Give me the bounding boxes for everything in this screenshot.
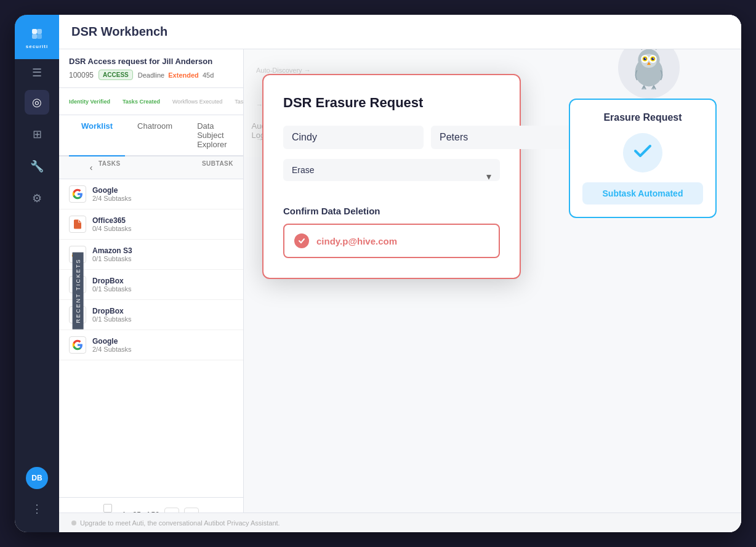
svg-marker-10 bbox=[654, 49, 659, 50]
table-row[interactable]: aws Amazon S3 0/1 Subtasks bbox=[59, 240, 243, 270]
app-logo[interactable]: securiti bbox=[15, 15, 59, 59]
task-list: Google 2/4 Subtasks Office365 0/4 Subtas… bbox=[59, 179, 243, 497]
table-row[interactable]: DropBox 0/1 Subtasks bbox=[59, 300, 243, 330]
check-icon-blue bbox=[632, 140, 654, 166]
office-logo bbox=[69, 216, 86, 233]
data-shield-icon: ◎ bbox=[32, 95, 42, 109]
confirm-label: Confirm Data Deletion bbox=[283, 206, 500, 216]
deadline-text: Deadline Extended 45d bbox=[138, 71, 214, 79]
google-logo bbox=[69, 185, 86, 203]
task-name-google: Google bbox=[92, 186, 233, 195]
ticket-id: 100095 bbox=[69, 71, 94, 79]
apps-icon: ⋮ bbox=[31, 502, 42, 516]
task-subtasks-google2: 2/4 Subtasks bbox=[92, 346, 233, 353]
gear-icon: ⚙ bbox=[32, 192, 42, 205]
svg-rect-3 bbox=[32, 34, 37, 39]
ticket-area: RECENT TICKETS DSR Access request for Ji… bbox=[59, 49, 741, 532]
name-row bbox=[283, 126, 500, 149]
sidebar-item-data[interactable]: ◎ bbox=[25, 90, 49, 115]
sidebar: securiti ☰ ◎ ⊞ 🔧 ⚙ DB ⋮ bbox=[15, 15, 59, 532]
sidebar-item-settings[interactable]: ⚙ bbox=[25, 186, 49, 211]
checkbox1[interactable] bbox=[103, 504, 112, 513]
step-identity: Identity Verified bbox=[69, 99, 110, 105]
action-select-wrapper: Erase bbox=[283, 159, 500, 193]
task-subtasks-dropbox2: 0/1 Subtasks bbox=[92, 315, 233, 323]
svg-rect-1 bbox=[32, 29, 37, 34]
table-row[interactable]: Office365 0/4 Subtasks bbox=[59, 209, 243, 240]
svg-rect-2 bbox=[37, 29, 42, 34]
page-title: DSR Workbench bbox=[71, 25, 167, 39]
task-subtasks-office: 0/4 Subtasks bbox=[92, 225, 233, 232]
access-badge: ACCESS bbox=[99, 70, 133, 80]
back-button[interactable]: ‹ bbox=[84, 160, 99, 175]
upgrade-dot bbox=[71, 521, 76, 525]
ticket-meta: 100095 ACCESS Deadline Extended 45d bbox=[69, 70, 233, 80]
svg-point-16 bbox=[643, 57, 646, 60]
first-name-field[interactable] bbox=[283, 126, 424, 149]
sidebar-item-tools[interactable]: 🔧 bbox=[25, 154, 49, 179]
task-subtasks-google: 2/4 Subtasks bbox=[92, 195, 233, 202]
extended-label: Extended bbox=[168, 71, 199, 79]
task-name-dropbox1: DropBox bbox=[92, 277, 233, 285]
step-tasks: Tasks Created bbox=[123, 99, 160, 105]
task-subtasks-aws: 0/1 Subtasks bbox=[92, 255, 233, 262]
task-subtasks-dropbox1: 0/1 Subtasks bbox=[92, 285, 233, 293]
check-circle-blue bbox=[623, 133, 662, 172]
svg-rect-0 bbox=[28, 25, 46, 43]
left-panel: DSR Access request for Jill Anderson 100… bbox=[59, 49, 244, 532]
hamburger-icon: ☰ bbox=[32, 66, 42, 79]
svg-point-19 bbox=[653, 58, 654, 59]
logo-text: securiti bbox=[26, 44, 48, 49]
step-completed: Tasks Completed bbox=[235, 99, 243, 105]
action-select[interactable]: Erase bbox=[283, 159, 500, 181]
sidebar-item-grid[interactable]: ⊞ bbox=[25, 122, 49, 147]
modal-title: DSR Erasure Request bbox=[283, 95, 500, 111]
hamburger-menu[interactable]: ☰ bbox=[32, 59, 42, 86]
upgrade-bar: Upgrade to meet Auti, the conversational… bbox=[59, 513, 741, 532]
wrench-icon: 🔧 bbox=[30, 160, 44, 173]
step-workflows: Workflows Executed bbox=[172, 99, 222, 105]
grid-icon: ⊞ bbox=[33, 128, 42, 141]
recent-tickets-tab[interactable]: RECENT TICKETS bbox=[73, 252, 84, 329]
tab-chatroom[interactable]: Chatroom bbox=[125, 115, 185, 156]
table-row[interactable]: Google 2/4 Subtasks bbox=[59, 179, 243, 209]
column-headers: ‹ Tasks Subtask bbox=[59, 156, 243, 179]
svg-point-17 bbox=[651, 57, 654, 60]
tab-data-subject[interactable]: Data Subject Explorer bbox=[185, 115, 239, 156]
check-icon-red bbox=[294, 233, 309, 248]
progress-steps: Identity Verified Tasks Created Workflow… bbox=[59, 88, 243, 115]
google2-logo bbox=[69, 336, 86, 354]
subtask-automated-button[interactable]: Subtask Automated bbox=[582, 182, 703, 205]
avatar-initials: DB bbox=[31, 474, 42, 482]
email-confirm-box: cindy.p@hive.com bbox=[283, 224, 500, 258]
tabs-row: Worklist Chatroom Data Subject Explorer … bbox=[59, 115, 243, 156]
col-tasks-header: Tasks bbox=[99, 160, 202, 175]
table-row[interactable]: Google 2/4 Subtasks bbox=[59, 330, 243, 360]
main-content: DSR Workbench RECENT TICKETS DSR Access … bbox=[59, 15, 741, 532]
owl-mascot bbox=[618, 49, 680, 99]
col-subtasks-header: Subtask bbox=[202, 160, 233, 175]
upgrade-text: Upgrade to meet Auti, the conversational… bbox=[80, 519, 280, 527]
sidebar-item-apps[interactable]: ⋮ bbox=[25, 496, 49, 521]
task-name-aws: Amazon S3 bbox=[92, 246, 233, 255]
ticket-title: DSR Access request for Jill Anderson bbox=[69, 57, 233, 66]
table-row[interactable]: DropBox 0/1 Subtasks bbox=[59, 270, 243, 300]
right-panel: Auto-Discovery → → document, locate auto… bbox=[244, 49, 741, 532]
confirm-email: cindy.p@hive.com bbox=[316, 236, 397, 246]
svg-marker-9 bbox=[639, 49, 644, 50]
erasure-modal: DSR Erasure Request Erase Confirm Data D… bbox=[262, 74, 521, 279]
task-name-dropbox2: DropBox bbox=[92, 307, 233, 315]
user-avatar[interactable]: DB bbox=[26, 467, 48, 489]
svg-rect-4 bbox=[37, 34, 42, 39]
task-name-office: Office365 bbox=[92, 216, 233, 225]
svg-point-18 bbox=[645, 58, 646, 59]
tab-worklist[interactable]: Worklist bbox=[69, 115, 125, 156]
top-bar: DSR Workbench bbox=[59, 15, 741, 49]
ticket-header: DSR Access request for Jill Anderson 100… bbox=[59, 49, 243, 88]
automated-title: Erasure Request bbox=[582, 112, 703, 123]
last-name-field[interactable] bbox=[431, 126, 571, 149]
automated-box: Erasure Request Subtask Automated bbox=[569, 99, 717, 218]
task-name-google2: Google bbox=[92, 337, 233, 346]
